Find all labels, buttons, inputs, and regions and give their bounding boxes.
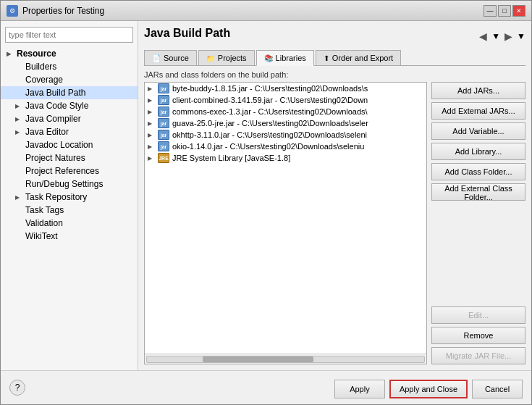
maximize-button[interactable]: □ — [498, 5, 511, 17]
tree-item-label: Javadoc Location — [25, 140, 93, 150]
tree-item-label: Builders — [25, 62, 56, 72]
jar-expand-arrow: ▶ — [148, 109, 155, 115]
tree-item-label: Run/Debug Settings — [25, 179, 103, 189]
tab-icon: 📚 — [264, 54, 273, 62]
tree-item[interactable]: Project References — [1, 164, 138, 178]
tree-item-label: Task Tags — [25, 205, 64, 215]
tab-order-and-export[interactable]: ⬆Order and Export — [316, 50, 401, 65]
jar-expand-arrow: ▶ — [148, 155, 155, 162]
action-btn-add-library-[interactable]: Add Library... — [431, 143, 525, 160]
jar-list: ▶jarbyte-buddy-1.8.15.jar - C:\Users\tes… — [145, 83, 426, 354]
tree-arrow-icon: ▶ — [15, 116, 22, 122]
tree-item[interactable]: Validation — [1, 217, 138, 230]
jars-label: JARs and class folders on the build path… — [144, 70, 525, 79]
action-btn-add-jars-[interactable]: Add JARs... — [431, 82, 525, 99]
action-btn-add-external-jars-[interactable]: Add External JARs... — [431, 102, 525, 120]
tree-item[interactable]: Builders — [1, 60, 138, 73]
content-area: ▶jarbyte-buddy-1.8.15.jar - C:\Users\tes… — [144, 82, 525, 364]
title-bar: ⚙ Properties for Testing — □ ✕ — [1, 1, 531, 21]
jar-item-label: byte-buddy-1.8.15.jar - C:\Users\testing… — [172, 84, 368, 93]
tree-item[interactable]: Run/Debug Settings — [1, 178, 138, 191]
tree-item[interactable]: WikiText — [1, 230, 138, 243]
dialog-body: ▶ResourceBuildersCoverageJava Build Path… — [1, 21, 531, 370]
jar-expand-arrow: ▶ — [148, 132, 155, 138]
jar-icon: jar — [158, 95, 169, 105]
tree-arrow-icon: ▶ — [15, 194, 22, 201]
tree-item-label: Java Compiler — [25, 114, 81, 124]
title-buttons: — □ ✕ — [484, 5, 525, 17]
jar-item-label: client-combined-3.141.59.jar - C:\Users\… — [172, 96, 368, 104]
tree-arrow-icon: ▶ — [15, 103, 22, 109]
help-button[interactable]: ? — [9, 380, 25, 396]
jar-item-label: okio-1.14.0.jar - C:\Users\testing02\Dow… — [172, 142, 364, 151]
footer-row: ? Apply Apply and Close Cancel — [1, 370, 531, 404]
close-button[interactable]: ✕ — [512, 5, 525, 17]
button-spacer — [431, 204, 525, 304]
action-btn-add-variable-[interactable]: Add Variable... — [431, 122, 525, 140]
tree-item-label: Resource — [17, 49, 56, 59]
tree-item[interactable]: ▶Task Repository — [1, 191, 138, 204]
tab-icon: 📄 — [152, 54, 161, 62]
minimize-button[interactable]: — — [484, 5, 497, 17]
tab-label: Projects — [218, 54, 247, 62]
tree-arrow-icon: ▶ — [7, 51, 14, 57]
title-bar-left: ⚙ Properties for Testing — [7, 5, 104, 17]
tree-item-label: Validation — [25, 218, 63, 228]
jar-list-item[interactable]: ▶jarclient-combined-3.141.59.jar - C:\Us… — [145, 94, 426, 106]
tab-icon: 📁 — [206, 54, 215, 62]
tree-item[interactable]: Project Natures — [1, 151, 138, 164]
arrow-separator: ▼ — [491, 31, 500, 41]
jar-list-item[interactable]: ▶JREJRE System Library [JavaSE-1.8] — [145, 152, 426, 164]
tree-item-label: Java Code Style — [25, 101, 88, 111]
cancel-button[interactable]: Cancel — [472, 380, 523, 398]
jar-list-item[interactable]: ▶jarbyte-buddy-1.8.15.jar - C:\Users\tes… — [145, 83, 426, 94]
action-btn-edit-: Edit... — [431, 306, 525, 324]
jar-item-label: commons-exec-1.3.jar - C:\Users\testing0… — [172, 107, 368, 116]
jar-list-item[interactable]: ▶jarokhttp-3.11.0.jar - C:\Users\testing… — [145, 129, 426, 141]
h-scroll-thumb — [203, 356, 313, 362]
action-btn-add-class-folder-[interactable]: Add Class Folder... — [431, 163, 525, 180]
panel-title: Java Build Path — [144, 27, 230, 40]
tree-item-label: WikiText — [25, 231, 58, 241]
jar-item-label: okhttp-3.11.0.jar - C:\Users\testing02\D… — [172, 130, 367, 139]
jar-icon: jar — [158, 107, 169, 117]
tree-item[interactable]: ▶Java Code Style — [1, 99, 138, 112]
jar-icon: jar — [158, 83, 169, 93]
action-btn-migrate-jar-file-: Migrate JAR File... — [431, 347, 525, 364]
left-panel: ▶ResourceBuildersCoverageJava Build Path… — [1, 21, 138, 370]
tree-container: ▶ResourceBuildersCoverageJava Build Path… — [1, 47, 138, 243]
tree-item[interactable]: ▶Java Compiler — [1, 112, 138, 125]
action-buttons: Add JARs...Add External JARs...Add Varia… — [431, 82, 525, 364]
nav-arrows: ◀ ▼ ▶ ▼ — [478, 30, 525, 42]
right-panel: Java Build Path ◀ ▼ ▶ ▼ 📄Source📁Projects… — [138, 21, 531, 370]
back-arrow-button[interactable]: ◀ — [478, 30, 489, 42]
tab-label: Libraries — [276, 54, 306, 62]
tab-source[interactable]: 📄Source — [144, 50, 197, 65]
apply-close-button[interactable]: Apply and Close — [389, 380, 468, 398]
tab-projects[interactable]: 📁Projects — [198, 50, 255, 65]
jar-list-item[interactable]: ▶jarcommons-exec-1.3.jar - C:\Users\test… — [145, 106, 426, 117]
bottom-buttons: Apply Apply and Close Cancel — [329, 374, 528, 401]
tab-libraries[interactable]: 📚Libraries — [256, 50, 314, 66]
tree-item[interactable]: Coverage — [1, 73, 138, 86]
horizontal-scrollbar[interactable] — [145, 354, 426, 364]
forward-arrow-button[interactable]: ▶ — [503, 30, 514, 42]
jar-icon: jar — [158, 141, 169, 151]
tree-item[interactable]: Javadoc Location — [1, 138, 138, 151]
filter-input[interactable] — [5, 27, 133, 43]
tree-item[interactable]: ▶Java Editor — [1, 125, 138, 138]
jar-list-item[interactable]: ▶jarguava-25.0-jre.jar - C:\Users\testin… — [145, 117, 426, 129]
action-btn-add-external-class-folder-[interactable]: Add External Class Folder... — [431, 183, 525, 201]
tree-item[interactable]: Task Tags — [1, 204, 138, 217]
jar-list-item[interactable]: ▶jarokio-1.14.0.jar - C:\Users\testing02… — [145, 141, 426, 152]
jre-icon: JRE — [158, 153, 169, 163]
jar-expand-arrow: ▶ — [148, 143, 155, 150]
tree-item-label: Coverage — [25, 75, 63, 85]
tabs-row: 📄Source📁Projects📚Libraries⬆Order and Exp… — [144, 50, 525, 66]
action-btn-remove[interactable]: Remove — [431, 327, 525, 344]
tree-item-label: Project References — [25, 166, 99, 176]
tree-item[interactable]: Java Build Path — [1, 86, 138, 99]
apply-button[interactable]: Apply — [334, 380, 385, 398]
tree-item-label: Java Build Path — [25, 88, 85, 98]
tree-item[interactable]: ▶Resource — [1, 47, 138, 60]
